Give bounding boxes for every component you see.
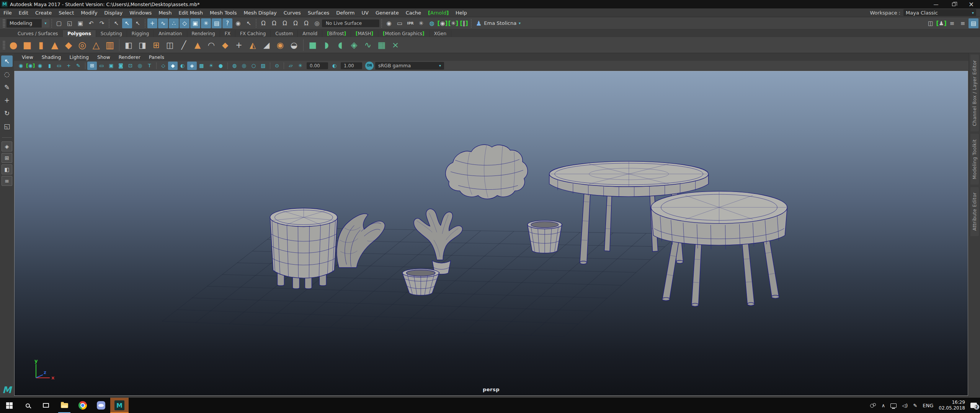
film-gate-icon[interactable]: ▭ <box>97 62 106 70</box>
menu-set-dropdown[interactable]: Modeling ▾ <box>7 19 49 28</box>
modeling-toolkit-toggle-icon[interactable]: ◫ <box>926 18 936 28</box>
gamma-dropdown[interactable]: sRGB gamma ▾ <box>375 62 444 70</box>
menu-mesh-tools[interactable]: Mesh Tools <box>206 10 240 16</box>
tray-chevron-icon[interactable]: ∧ <box>882 403 885 408</box>
move-tool[interactable]: + <box>1 94 13 106</box>
pen-icon[interactable]: ✎ <box>913 403 917 408</box>
outliner-button[interactable]: ≡ <box>2 176 12 186</box>
panel-menu-show[interactable]: Show <box>93 54 114 60</box>
select-tool[interactable]: ↖ <box>1 55 13 67</box>
shelf-tab-xgen[interactable]: XGen <box>430 30 452 37</box>
shelf-tab-animation[interactable]: Animation <box>154 30 187 37</box>
grease-pencil-icon[interactable]: ✎ <box>74 62 83 70</box>
xray-icon[interactable]: ▱ <box>286 62 296 70</box>
save-scene-icon[interactable]: ▣ <box>75 18 85 28</box>
poly-prism-icon[interactable]: △ <box>89 38 103 52</box>
scene-object-cactus[interactable] <box>414 209 462 274</box>
multi-cut-icon[interactable]: ╱ <box>177 38 191 52</box>
menu-modify[interactable]: Modify <box>77 10 101 16</box>
automatic-mapping-icon[interactable]: ◈ <box>347 38 361 52</box>
shelf-tab-custom[interactable]: Custom <box>271 30 298 37</box>
smooth-icon[interactable]: ⊞ <box>149 38 163 52</box>
snap-grid-icon[interactable]: Ω <box>258 18 268 28</box>
use-default-material-icon[interactable]: ▩ <box>197 62 206 70</box>
symmetry-icon[interactable]: ◒ <box>287 38 301 52</box>
layout-menu-button[interactable]: ◈ <box>2 141 12 151</box>
contrast-field[interactable]: 1.00 <box>341 62 362 69</box>
shelf-tab-fx[interactable]: FX <box>220 30 235 37</box>
arnold-renderview-icon[interactable]: ◉ <box>438 18 448 28</box>
menu-help[interactable]: Help <box>452 10 470 16</box>
menu-windows[interactable]: Windows <box>126 10 155 16</box>
file-explorer-button[interactable] <box>55 398 74 413</box>
lighting-icon[interactable]: ☀ <box>206 62 216 70</box>
panel-menu-renderer[interactable]: Renderer <box>114 54 145 60</box>
flat-shade-icon[interactable]: ◐ <box>178 62 187 70</box>
shelf-tab-curves-surfaces[interactable]: Curves / Surfaces <box>13 30 63 37</box>
mask-misc-icon[interactable]: ? <box>222 18 232 28</box>
menu-select[interactable]: Select <box>55 10 77 16</box>
image-plane-icon[interactable]: ▭ <box>54 62 64 70</box>
people-icon[interactable] <box>870 403 876 408</box>
arnold-pause-icon[interactable]: ∥ <box>459 18 469 28</box>
shelf-tab-rigging[interactable]: Rigging <box>127 30 154 37</box>
shelf-tab-fx-caching[interactable]: FX Caching <box>235 30 271 37</box>
poly-torus-icon[interactable]: ◎ <box>75 38 89 52</box>
lock-camera-icon[interactable]: ◉ <box>26 62 35 70</box>
snap-projected-center-icon[interactable]: Ω <box>291 18 301 28</box>
snap-curve-icon[interactable]: Ω <box>269 18 279 28</box>
undo-icon[interactable]: ↶ <box>86 18 96 28</box>
menu-mesh[interactable]: Mesh <box>155 10 175 16</box>
scene-object-teapot[interactable] <box>337 214 385 268</box>
select-camera-icon[interactable]: ◉ <box>16 62 26 70</box>
minimize-button[interactable]: — <box>927 0 945 8</box>
shelf-tab-arnold[interactable]: Arnold <box>298 30 322 37</box>
rotate-tool[interactable]: ↻ <box>1 107 13 119</box>
target-weld-icon[interactable]: ◉ <box>273 38 287 52</box>
attribute-editor-toggle-icon[interactable]: ≡ <box>947 18 957 28</box>
network-icon[interactable] <box>890 403 897 408</box>
isolate-select-icon[interactable]: ⊙ <box>272 62 282 70</box>
scene-svg[interactable] <box>15 71 968 395</box>
wireframe-icon[interactable]: ◇ <box>158 62 168 70</box>
shelf-tab-sculpting[interactable]: Sculpting <box>96 30 127 37</box>
grid-icon[interactable]: ⊞ <box>87 62 97 70</box>
mask-joints-icon[interactable]: ∿ <box>158 18 168 28</box>
discord-button[interactable] <box>92 398 110 413</box>
render-settings-icon[interactable]: ✳ <box>416 18 426 28</box>
snap-point-icon[interactable]: Ω <box>280 18 290 28</box>
scene-object-cloud[interactable] <box>446 145 528 199</box>
select-hierarchy-icon[interactable]: ↖ <box>111 18 121 28</box>
grip-handle[interactable] <box>3 19 5 28</box>
camera-attributes-icon[interactable]: ◉ <box>35 62 45 70</box>
render-view-icon[interactable]: ◉ <box>384 18 394 28</box>
poly-plane-icon[interactable]: ◆ <box>62 38 75 52</box>
scene-object-stool-left[interactable] <box>270 208 337 289</box>
bridge-icon[interactable]: ◠ <box>204 38 218 52</box>
scene-object-stool-right[interactable] <box>651 191 787 306</box>
mirror-icon[interactable]: ◭ <box>246 38 260 52</box>
maya-taskbar-button[interactable]: M <box>110 398 129 413</box>
language-indicator[interactable]: ENG <box>923 403 933 408</box>
textured-icon[interactable]: ◈ <box>187 62 197 70</box>
restore-button[interactable] <box>945 0 962 8</box>
workspace-dropdown[interactable]: Maya Classic ▾ <box>903 9 976 16</box>
safe-action-icon[interactable]: ◎ <box>135 62 145 70</box>
mask-curves-icon[interactable]: ∴ <box>169 18 179 28</box>
taskbar-search-button[interactable] <box>18 398 37 413</box>
grip-handle[interactable] <box>3 41 5 50</box>
gate-mask-icon[interactable]: ◙ <box>116 62 126 70</box>
pan-zoom-icon[interactable]: + <box>64 62 74 70</box>
make-live-icon[interactable]: ◎ <box>312 18 322 28</box>
tab-attribute-editor[interactable]: Attribute Editor <box>970 187 979 236</box>
menu-edit-mesh[interactable]: Edit Mesh <box>175 10 207 16</box>
highlight-selection-icon[interactable]: ↖ <box>244 18 254 28</box>
layout-four-pane-button[interactable]: ⊞ <box>2 153 12 163</box>
planar-mapping-icon[interactable]: ■ <box>306 38 320 52</box>
menu-file[interactable]: File <box>0 10 15 16</box>
paint-select-tool[interactable]: ✎ <box>1 81 13 93</box>
menu-arnold[interactable]: Arnold <box>425 10 452 16</box>
tool-settings-toggle-icon[interactable]: ≡ <box>958 18 968 28</box>
select-component-icon[interactable]: ↖ <box>133 18 143 28</box>
menu-display[interactable]: Display <box>101 10 126 16</box>
